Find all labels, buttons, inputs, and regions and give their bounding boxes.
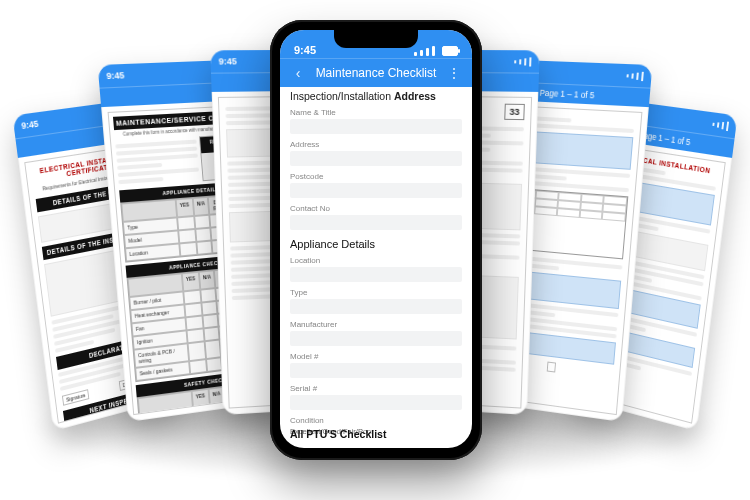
- app-header: ‹ Maintenance Checklist ⋮: [280, 58, 472, 87]
- address-input-1[interactable]: [290, 151, 462, 166]
- app-title: Maintenance Checklist: [316, 66, 437, 80]
- appliance-input-3[interactable]: [290, 363, 462, 378]
- menu-button[interactable]: ⋮: [446, 65, 462, 81]
- status-time: 9:45: [294, 44, 316, 56]
- appliance-row-2[interactable]: Manufacturer: [290, 320, 462, 346]
- address-label-0: Name & Title: [290, 108, 462, 117]
- footer-section: All PTU'S Checklist: [290, 428, 462, 440]
- form-content[interactable]: Inspection/Installation Address Name & T…: [280, 84, 472, 448]
- appliance-row-1[interactable]: Type: [290, 288, 462, 314]
- appliance-input-0[interactable]: [290, 267, 462, 282]
- address-input-0[interactable]: [290, 119, 462, 134]
- address-row-3[interactable]: Contact No: [290, 204, 462, 230]
- address-label-2: Postcode: [290, 172, 462, 181]
- address-row-1[interactable]: Address: [290, 140, 462, 166]
- address-label-1: Address: [290, 140, 462, 149]
- appliance-input-4[interactable]: [290, 395, 462, 410]
- address-label-3: Contact No: [290, 204, 462, 213]
- address-row-2[interactable]: Postcode: [290, 172, 462, 198]
- appliance-label-0: Location: [290, 256, 462, 265]
- section-appliance: Appliance Details: [290, 238, 462, 250]
- address-input-2[interactable]: [290, 183, 462, 198]
- bg4-num: 33: [504, 104, 525, 120]
- appliance-label-3: Model #: [290, 352, 462, 361]
- appliance-label-4: Serial #: [290, 384, 462, 393]
- address-input-3[interactable]: [290, 215, 462, 230]
- status-indicators: [414, 46, 458, 56]
- appliance-row-0[interactable]: Location: [290, 256, 462, 282]
- back-button[interactable]: ‹: [290, 65, 306, 81]
- appliance-input-2[interactable]: [290, 331, 462, 346]
- phone-notch: [334, 30, 418, 48]
- center-phone: 9:45 ‹ Maintenance Checklist ⋮ Inspectio…: [270, 20, 482, 460]
- appliance-label-1: Type: [290, 288, 462, 297]
- address-row-0[interactable]: Name & Title: [290, 108, 462, 134]
- appliance-input-1[interactable]: [290, 299, 462, 314]
- section-address: Inspection/Installation Address: [290, 90, 462, 102]
- status-time: 9:45: [21, 118, 39, 131]
- appliance-row-4[interactable]: Serial #: [290, 384, 462, 410]
- appliance-label-2: Manufacturer: [290, 320, 462, 329]
- appliance-row-3[interactable]: Model #: [290, 352, 462, 378]
